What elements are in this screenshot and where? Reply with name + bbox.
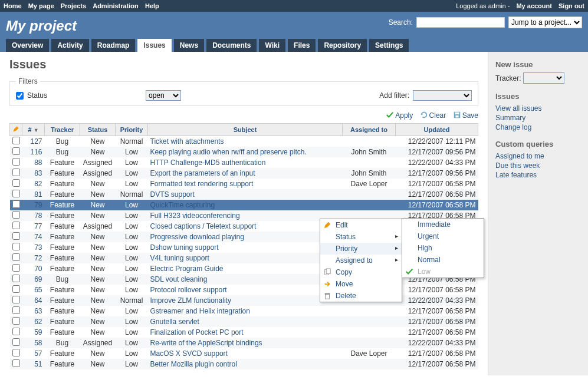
table-row[interactable]: 65FeatureNewLowProtocol rollover support… [10, 285, 478, 295]
ctx-assigned-to[interactable]: Assigned to [320, 255, 402, 266]
tab-settings[interactable]: Settings [369, 39, 409, 52]
ctx-delete[interactable]: Delete [320, 290, 402, 302]
issue-subject-link[interactable]: Re-write of the AppleScript bindings [150, 339, 262, 347]
table-row[interactable]: 64FeatureNewNormalImprove ZLM functional… [10, 295, 478, 306]
ctx-copy[interactable]: Copy [320, 266, 402, 278]
tab-files[interactable]: Files [288, 39, 316, 52]
link-due-this-week[interactable]: Due this week [495, 161, 581, 170]
issue-subject-link[interactable]: Finalization of Pocket PC port [150, 328, 244, 336]
row-checkbox[interactable] [12, 211, 20, 219]
issue-id-link[interactable]: 59 [34, 328, 42, 336]
row-checkbox[interactable] [12, 147, 20, 155]
col-tracker[interactable]: Tracker [45, 124, 80, 136]
link-assigned-to-me[interactable]: Assigned to me [495, 152, 581, 160]
filter-status-checkbox[interactable] [16, 92, 24, 100]
issue-subject-link[interactable]: V4L tuning support [150, 254, 209, 262]
issue-id-link[interactable]: 69 [34, 275, 42, 283]
col-updated[interactable]: Updated [396, 124, 478, 136]
issue-subject-link[interactable]: Gstreamer and Helix integration [150, 307, 250, 315]
issue-id-link[interactable]: 58 [34, 339, 42, 347]
tab-documents[interactable]: Documents [206, 39, 257, 52]
row-checkbox[interactable] [12, 359, 20, 367]
add-filter-select[interactable] [413, 90, 472, 101]
row-checkbox[interactable] [12, 169, 20, 176]
row-checkbox[interactable] [12, 158, 20, 166]
row-checkbox[interactable] [12, 317, 20, 325]
issue-subject-link[interactable]: Full H323 videoconferencing [150, 212, 240, 220]
table-row[interactable]: 127BugNewNormalTicket with attachments12… [10, 136, 478, 147]
tab-overview[interactable]: Overview [6, 39, 49, 52]
row-checkbox[interactable] [12, 222, 20, 229]
issue-id-link[interactable]: 77 [34, 222, 42, 230]
ctx-priority-normal[interactable]: Normal [402, 254, 484, 266]
tab-news[interactable]: News [174, 39, 204, 52]
issue-subject-link[interactable]: Protocol rollover support [150, 286, 227, 294]
issue-subject-link[interactable]: QuickTime capturing [150, 201, 215, 209]
table-row[interactable]: 82FeatureNewLowFormatted text rendering … [10, 179, 478, 189]
issue-subject-link[interactable]: Ticket with attachments [150, 137, 224, 146]
filter-status-select[interactable]: open [146, 90, 181, 101]
ctx-priority-high[interactable]: High [402, 242, 484, 254]
row-checkbox[interactable] [12, 349, 20, 356]
row-checkbox[interactable] [12, 232, 20, 240]
tracker-select[interactable] [523, 72, 564, 84]
row-checkbox[interactable] [12, 243, 20, 250]
row-checkbox[interactable] [12, 296, 20, 303]
issue-id-link[interactable]: 73 [34, 243, 42, 252]
ctx-priority-immediate[interactable]: Immediate [402, 219, 484, 230]
issue-id-link[interactable]: 88 [34, 159, 42, 167]
tab-activity[interactable]: Activity [51, 39, 88, 52]
link-summary[interactable]: Summary [495, 114, 581, 122]
issue-subject-link[interactable]: Formatted text rendering support [150, 180, 254, 188]
col-assigned[interactable]: Assigned to [343, 124, 396, 136]
row-checkbox[interactable] [12, 253, 20, 261]
issue-id-link[interactable]: 83 [34, 169, 42, 177]
issue-id-link[interactable]: 65 [34, 286, 42, 294]
nav-home[interactable]: Home [4, 2, 22, 9]
issue-subject-link[interactable]: Dshow tuning support [150, 243, 219, 252]
tab-issues[interactable]: Issues [137, 39, 171, 52]
ctx-priority-low[interactable]: Low [402, 266, 484, 278]
row-checkbox[interactable] [12, 200, 20, 208]
ctx-priority-submenu[interactable]: ImmediateUrgentHighNormalLow [402, 218, 484, 278]
ctx-priority[interactable]: Priority ImmediateUrgentHighNormalLow [320, 243, 402, 255]
row-checkbox[interactable] [12, 179, 20, 187]
issue-subject-link[interactable]: Export the parameters of an input [150, 169, 255, 177]
issue-id-link[interactable]: 64 [34, 296, 42, 305]
ctx-move[interactable]: Move [320, 278, 402, 290]
col-check[interactable] [10, 124, 22, 136]
table-row[interactable]: 63FeatureNewLowGstreamer and Helix integ… [10, 306, 478, 316]
tab-wiki[interactable]: Wiki [259, 39, 285, 52]
nav-administration[interactable]: Administration [93, 2, 139, 9]
col-subject[interactable]: Subject [148, 124, 343, 136]
link-view-all-issues[interactable]: View all issues [495, 104, 581, 113]
project-jump-select[interactable]: Jump to a project... [508, 16, 582, 28]
issue-subject-link[interactable]: SDL vout cleaning [150, 275, 208, 283]
nav-my-account[interactable]: My account [516, 2, 552, 9]
issue-subject-link[interactable]: Progressive download playing [150, 233, 244, 241]
table-row[interactable]: 79FeatureNewLowQuickTime capturing12/17/… [10, 200, 478, 210]
issue-id-link[interactable]: 51 [34, 360, 42, 368]
nav-sign-out[interactable]: Sign out [559, 2, 584, 9]
table-row[interactable]: 83FeatureAssignedLowExport the parameter… [10, 168, 478, 179]
issue-id-link[interactable]: 78 [34, 212, 42, 220]
issue-id-link[interactable]: 57 [34, 349, 42, 358]
ctx-priority-urgent[interactable]: Urgent [402, 230, 484, 242]
issue-subject-link[interactable]: Keep playing audio when rw/ff and preser… [150, 148, 307, 156]
tab-repository[interactable]: Repository [318, 39, 367, 52]
table-row[interactable]: 58BugAssignedLowRe-write of the AppleScr… [10, 338, 478, 348]
row-checkbox[interactable] [12, 190, 20, 197]
issue-subject-link[interactable]: HTTP Challenge-MD5 authentication [150, 159, 266, 167]
table-row[interactable]: 62FeatureNewLowGnutella servlet12/17/200… [10, 316, 478, 327]
ctx-status[interactable]: Status [320, 231, 402, 243]
table-row[interactable]: 59FeatureNewLowFinalization of Pocket PC… [10, 327, 478, 338]
nav-help[interactable]: Help [145, 2, 159, 9]
row-checkbox[interactable] [12, 306, 20, 314]
issue-subject-link[interactable]: Electric Program Guide [150, 265, 224, 273]
issue-id-link[interactable]: 116 [30, 148, 42, 156]
table-row[interactable]: 51FeatureNewLowBetter Mozilla plugin con… [10, 359, 478, 369]
col-id[interactable]: # ▼ [22, 124, 45, 136]
col-priority[interactable]: Priority [116, 124, 148, 136]
issue-subject-link[interactable]: Better Mozilla plugin control [150, 360, 237, 368]
issue-id-link[interactable]: 62 [34, 318, 42, 326]
